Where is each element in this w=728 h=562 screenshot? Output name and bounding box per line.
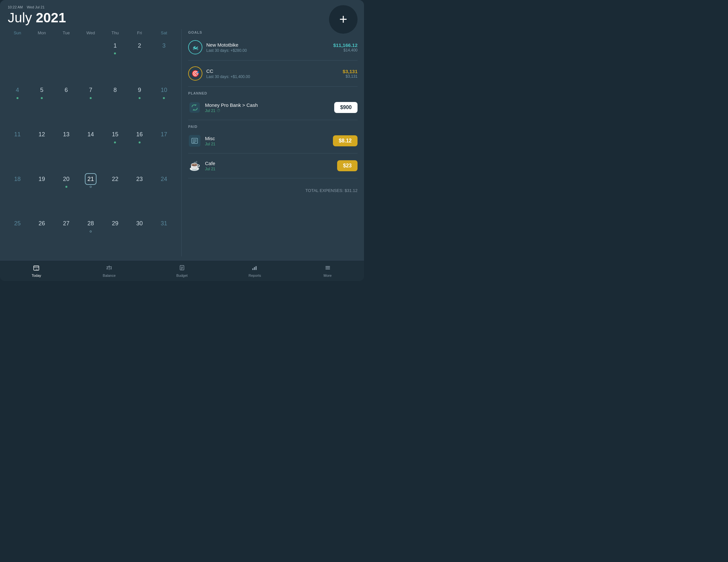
calendar-day[interactable]: 9 [127,83,152,127]
goal-item-cc[interactable]: 🎯 CC Last 30 days: +$1,400.00 $3,131 $3,… [188,64,358,83]
header: 10:22 AM Wed Jul 21 July 2021 + [0,0,364,25]
day-number: 23 [134,173,145,185]
month-label: July [8,10,32,25]
calendar-day[interactable]: 22 [103,171,127,216]
planned-transfer[interactable]: Money Pro Bank > Cash Jul 21 ⏱ $900 [188,98,358,117]
time-display: 10:22 AM [8,5,23,9]
calendar-day [5,38,29,82]
svg-rect-17 [252,269,254,270]
more-label: More [324,274,332,278]
cc-total: $3,131 [343,74,358,79]
calendar-day[interactable]: 18 [5,171,29,216]
day-number: 15 [109,129,121,141]
misc-amount[interactable]: $8.12 [333,135,358,146]
misc-info: Misc Jul 21 [205,136,333,146]
event-dot [114,52,116,54]
cc-current: $3,131 [343,69,358,74]
calendar-day[interactable]: 14 [78,127,103,171]
calendar-day[interactable]: 31 [152,216,176,260]
calendar-day[interactable]: 24 [152,171,176,216]
main-content: Sun Mon Tue Wed Thu Fri Sat 123456789101… [0,25,364,260]
day-number: 4 [12,85,23,96]
svg-rect-0 [189,102,200,113]
paid-cafe[interactable]: ☕ Cafe Jul 21 $23 [188,157,358,175]
tab-balance[interactable]: Balance [73,265,146,278]
calendar-day[interactable]: 8 [103,83,127,127]
calendar-day [54,38,78,82]
reports-label: Reports [249,274,261,278]
calendar-day[interactable]: 13 [54,127,78,171]
day-number: 6 [61,85,72,96]
day-header-sat: Sat [152,29,176,37]
calendar-day[interactable]: 21 [78,171,103,216]
date-display: Wed Jul 21 [27,5,45,9]
day-number: 27 [61,218,72,230]
calendar-day[interactable]: 19 [29,171,54,216]
event-dot [41,97,43,99]
calendar-day[interactable]: 10 [152,83,176,127]
tab-reports[interactable]: Reports [218,265,291,278]
goal-item-motorbike[interactable]: 🏍 New Mototbike Last 30 days: +$280.00 $… [188,38,358,57]
calendar-day[interactable]: 2 [127,38,152,82]
day-number: 9 [134,85,145,96]
tab-bar: 21 Today Balance [0,260,364,281]
day-number: 12 [36,129,48,141]
calendar-day[interactable]: 25 [5,216,29,260]
calendar-day[interactable]: 23 [127,171,152,216]
add-button[interactable]: + [329,5,358,34]
transfer-info: Money Pro Bank > Cash Jul 21 ⏱ [205,102,334,113]
transfer-date: Jul 21 ⏱ [205,109,334,113]
day-number: 31 [158,218,170,230]
calendar-day[interactable]: 3 [152,38,176,82]
day-number: 22 [109,173,121,185]
misc-icon [188,134,201,147]
event-dot-outline [90,231,92,233]
cc-name: CC [206,68,343,74]
motorbike-current: $11,166.12 [333,42,358,48]
svg-rect-18 [254,267,255,270]
transfer-name: Money Pro Bank > Cash [205,102,334,108]
calendar-day[interactable]: 29 [103,216,127,260]
calendar-day[interactable]: 27 [54,216,78,260]
day-number: 20 [61,173,72,185]
transfer-amount[interactable]: $900 [334,102,358,113]
calendar-day[interactable]: 6 [54,83,78,127]
calendar-day[interactable]: 4 [5,83,29,127]
calendar-day[interactable]: 5 [29,83,54,127]
cafe-amount[interactable]: $23 [337,160,358,171]
day-headers: Sun Mon Tue Wed Thu Fri Sat [5,29,176,37]
calendar-day[interactable]: 15 [103,127,127,171]
tab-today[interactable]: 21 Today [0,265,73,278]
tab-budget[interactable]: Budget [146,265,219,278]
balance-label: Balance [103,274,116,278]
calendar-day[interactable]: 11 [5,127,29,171]
planned-section-label: PLANNED [188,91,358,95]
tab-more[interactable]: More [291,265,364,278]
calendar-day [29,38,54,82]
calendar-day[interactable]: 26 [29,216,54,260]
divider-5 [188,178,358,178]
day-number: 13 [61,129,72,141]
calendar-day[interactable]: 1 [103,38,127,82]
day-number: 14 [85,129,97,141]
divider-4 [188,153,358,154]
calendar-day[interactable]: 7 [78,83,103,127]
day-number: 21 [85,173,97,185]
cc-amounts: $3,131 $3,131 [343,69,358,79]
cafe-date: Jul 21 [205,167,337,171]
day-number: 29 [109,218,121,230]
event-dot [139,97,141,99]
year-label: 2021 [36,10,66,25]
day-number: 28 [85,218,97,230]
calendar-day[interactable]: 12 [29,127,54,171]
divider-2 [188,86,358,87]
reports-icon [252,265,258,273]
calendar-day[interactable]: 17 [152,127,176,171]
calendar-day[interactable]: 20 [54,171,78,216]
calendar-day[interactable]: 28 [78,216,103,260]
paid-misc[interactable]: Misc Jul 21 $8.12 [188,132,358,150]
calendar-day[interactable]: 30 [127,216,152,260]
cafe-icon: ☕ [188,159,201,172]
motorbike-info: New Mototbike Last 30 days: +$280.00 [206,42,333,53]
calendar-day[interactable]: 16 [127,127,152,171]
